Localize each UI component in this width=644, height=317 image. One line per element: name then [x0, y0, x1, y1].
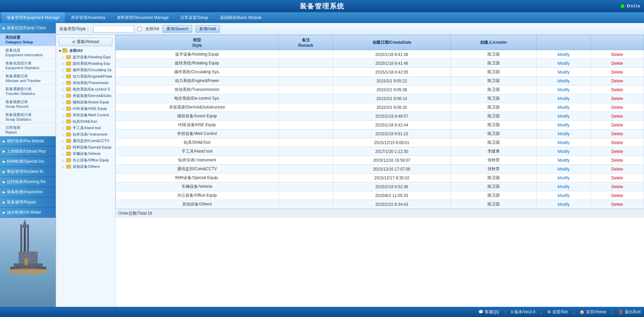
cell-modify-0[interactable]: Modify	[537, 50, 591, 59]
delete-link-15[interactable]: Delete	[611, 184, 623, 189]
cell-delete-11[interactable]: Delete	[590, 147, 644, 156]
sidebar-section-incident[interactable]: ▶ 事故管理/Incident M.	[0, 167, 56, 177]
cell-modify-2[interactable]: Modify	[537, 68, 591, 77]
cell-modify-17[interactable]: Modify	[537, 200, 591, 209]
status-logout[interactable]: 🚪 退出/Exit	[618, 309, 641, 315]
modify-link-1[interactable]: Modify	[557, 61, 569, 66]
nav-document-manage[interactable]: 资料管理/Document Manage	[111, 12, 174, 23]
nav-inventory[interactable]: 库存管理/Inventory	[66, 12, 111, 23]
cell-delete-0[interactable]: Delete	[590, 50, 644, 59]
delete-link-13[interactable]: Delete	[611, 167, 623, 172]
cell-modify-14[interactable]: Modify	[537, 174, 591, 182]
modify-link-9[interactable]: Modify	[557, 132, 569, 136]
tree-item-10[interactable]: ▷ 钻具/Drill&Tool	[56, 118, 115, 125]
modify-link-11[interactable]: Modify	[557, 149, 569, 154]
sidebar-item-allocate-transfer[interactable]: 装备调拨记录Allocate and Transfer	[0, 72, 56, 85]
modify-link-14[interactable]: Modify	[557, 176, 569, 180]
modify-link-7[interactable]: Modify	[557, 114, 569, 119]
cell-modify-7[interactable]: Modify	[537, 112, 591, 121]
delete-link-7[interactable]: Delete	[611, 114, 623, 119]
delete-link-8[interactable]: Delete	[611, 123, 623, 127]
tree-item-1[interactable]: ▷ 旋转系统/Rotating Equ	[56, 60, 115, 67]
cell-delete-10[interactable]: Delete	[590, 138, 644, 147]
tree-item-4[interactable]: ▷ 传动系统/Transmissio	[56, 80, 115, 86]
sidebar-item-equipment-information[interactable]: 装备信息Equipment Information	[0, 46, 56, 59]
modify-link-10[interactable]: Modify	[557, 140, 569, 145]
delete-link-11[interactable]: Delete	[611, 149, 623, 154]
cell-delete-14[interactable]: Delete	[590, 174, 644, 182]
nav-equipment-manage[interactable]: 装备管理/Equipment Manage	[1, 12, 65, 23]
modify-link-4[interactable]: Modify	[557, 87, 569, 92]
cell-delete-5[interactable]: Delete	[590, 94, 644, 103]
tree-item-13[interactable]: ▷ 通讯监控/Com&CCTV	[56, 138, 115, 144]
sidebar-section-running[interactable]: ▶ 运转报表/Running Re	[0, 177, 56, 187]
tree-item-14[interactable]: ▷ 特种设备/Special Equip	[56, 144, 115, 151]
sidebar-section-special-ins[interactable]: ▶ 特种检测/Special Ins	[0, 157, 56, 167]
cell-modify-6[interactable]: Modify	[537, 103, 591, 112]
cell-modify-8[interactable]: Modify	[537, 121, 591, 130]
modify-link-12[interactable]: Modify	[557, 158, 569, 163]
cell-delete-13[interactable]: Delete	[590, 165, 644, 174]
cell-delete-15[interactable]: Delete	[590, 182, 644, 191]
delete-link-4[interactable]: Delete	[611, 87, 623, 92]
cell-modify-9[interactable]: Modify	[537, 130, 591, 138]
modify-link-17[interactable]: Modify	[557, 202, 569, 207]
style-search-input[interactable]	[93, 25, 134, 33]
modify-link-2[interactable]: Modify	[557, 70, 569, 75]
status-qq[interactable]: 💬 客服QQ	[478, 309, 499, 315]
tree-item-9[interactable]: ▷ 井控设备/Well Control	[56, 112, 115, 118]
sidebar-section-repair[interactable]: ▶ 装备修理/Repair	[0, 197, 56, 207]
tree-item-2[interactable]: ▷ 循环系统/Circulating Sy	[56, 67, 115, 73]
cell-delete-4[interactable]: Delete	[590, 85, 644, 94]
sidebar-item-equipment-statistics[interactable]: 装备信息统计表Equipment Statistics	[0, 59, 56, 72]
delete-link-0[interactable]: Delete	[611, 52, 623, 57]
sidebar-section-oil-water[interactable]: ▶ 油水检测/Oil Water	[0, 207, 56, 218]
status-settings[interactable]: ⚙ 设置/Set	[547, 309, 568, 315]
delete-link-2[interactable]: Delete	[611, 70, 623, 75]
delete-link-6[interactable]: Delete	[611, 105, 623, 110]
all-checkbox[interactable]	[137, 27, 142, 31]
tree-item-6[interactable]: ▷ 井架底座/Derrick&Subs	[56, 93, 115, 99]
tree-item-0[interactable]: ▷ 提升设备/Hoisting Equi	[56, 54, 115, 60]
tree-item-16[interactable]: ▷ 办公设备/Office Equip	[56, 157, 115, 163]
nav-basic-module[interactable]: 基础模块/Basic Module	[215, 12, 267, 23]
cell-modify-16[interactable]: Modify	[537, 191, 591, 200]
modify-link-8[interactable]: Modify	[557, 123, 569, 127]
cell-delete-7[interactable]: Delete	[590, 112, 644, 121]
tree-item-12[interactable]: ▷ 钻井仪表/ Instrument	[56, 131, 115, 138]
tree-item-5[interactable]: ▷ 电控系统/Ele-control S	[56, 86, 115, 93]
modify-link-6[interactable]: Modify	[557, 105, 569, 110]
cell-delete-12[interactable]: Delete	[590, 156, 644, 165]
modify-link-0[interactable]: Modify	[557, 52, 569, 57]
sidebar-item-category-setup[interactable]: 类别设置Category Setup	[0, 33, 56, 46]
cell-delete-3[interactable]: Delete	[590, 77, 644, 85]
sidebar-item-scrap-statistics[interactable]: 装备报废统计表Scrap Statistics	[0, 111, 56, 123]
cell-modify-4[interactable]: Modify	[537, 85, 591, 94]
status-home[interactable]: 🏠 首页/Home	[579, 309, 606, 315]
sidebar-section-pre-mainte[interactable]: ▶ 维护保养/Pre-Mainte	[0, 136, 56, 146]
status-version[interactable]: ℹ 版本/Ver2.0	[511, 309, 535, 315]
reload-button[interactable]: ↺ 重载/Reload	[59, 38, 112, 46]
tree-item-7[interactable]: ▷ 辅助设备/Assist Equip	[56, 99, 115, 105]
cell-delete-9[interactable]: Delete	[590, 130, 644, 138]
modify-link-5[interactable]: Modify	[557, 96, 569, 101]
sidebar-section-equip[interactable]: ▶ 装备信息/Equip Class	[0, 23, 56, 33]
delete-link-1[interactable]: Delete	[611, 61, 623, 66]
sidebar-item-transfer-statistics[interactable]: 装备调拨统计表Transfer Statistics	[0, 85, 56, 98]
delete-link-16[interactable]: Delete	[611, 193, 623, 198]
delete-link-9[interactable]: Delete	[611, 132, 623, 136]
modify-link-3[interactable]: Modify	[557, 79, 569, 83]
cell-delete-1[interactable]: Delete	[590, 59, 644, 68]
delete-link-12[interactable]: Delete	[611, 158, 623, 163]
search-button[interactable]: 查询/Search	[163, 25, 192, 33]
tree-item-17[interactable]: ▷ 其他设备/Others	[56, 163, 115, 170]
cell-modify-1[interactable]: Modify	[537, 59, 591, 68]
cell-modify-5[interactable]: Modify	[537, 94, 591, 103]
cell-modify-3[interactable]: Modify	[537, 77, 591, 85]
sidebar-item-report[interactable]: 日常报表Report	[0, 123, 56, 136]
cell-modify-10[interactable]: Modify	[537, 138, 591, 147]
cell-delete-6[interactable]: Delete	[590, 103, 644, 112]
add-button[interactable]: 新增/Add	[196, 25, 220, 33]
cell-modify-15[interactable]: Modify	[537, 182, 591, 191]
modify-link-16[interactable]: Modify	[557, 193, 569, 198]
